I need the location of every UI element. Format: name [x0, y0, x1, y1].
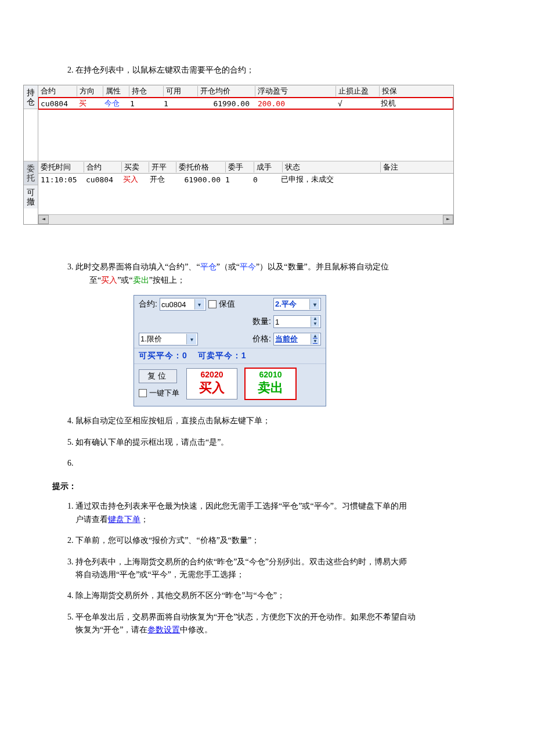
arrow-down-icon[interactable]: ▼ — [311, 322, 319, 327]
tip3-a: 持仓列表中，上海期货交易所的合约依“昨仓”及“今仓”分别列出。双击这些合约时，博… — [75, 557, 407, 566]
cell-ord: 1 — [223, 175, 251, 184]
col-price[interactable]: 委托价格 — [176, 162, 226, 172]
positions-orders-panel: 持仓 合约 方向 属性 持仓 可用 开仓均价 浮动盈亏 止损止盈 投保 cu08… — [23, 85, 454, 225]
step3-pingjin: 平今 — [240, 262, 256, 271]
horizontal-scrollbar[interactable]: ◄ ► — [38, 214, 453, 224]
step3-sell: 卖出 — [133, 276, 149, 285]
arrow-down-icon[interactable]: ▼ — [311, 339, 319, 344]
chevron-down-icon[interactable]: ▾ — [194, 299, 204, 309]
step-5: 如有确认下单的提示框出现，请点击“是”。 — [75, 436, 482, 449]
step5-text: 如有确认下单的提示框出现，请点击“是”。 — [75, 438, 229, 447]
cell-price: 61900.00 — [174, 175, 223, 184]
tip-5: 平仓单发出后，交易界面将自动恢复为“开仓”状态，方便您下次的开仓动作。如果您不希… — [75, 611, 482, 637]
openclose-dropdown[interactable]: 2.平今 ▾ — [273, 298, 321, 311]
label-qty: 数量: — [252, 316, 271, 327]
step3-pingcang: 平仓 — [200, 262, 217, 271]
col-hedge[interactable]: 投保 — [380, 86, 453, 96]
step3-l2a: 至“ — [89, 276, 101, 285]
tip2-text: 下单前，您可以修改“报价方式”、“价格”及“数量”； — [75, 536, 259, 545]
cell-pos: 1 — [128, 99, 161, 108]
step3-l2c: ”按钮上； — [149, 276, 185, 285]
cell-fill: 0 — [251, 175, 279, 184]
sell-price: 62010 — [246, 370, 295, 379]
step-2-text: 在持仓列表中，以鼠标左键双击需要平仓的合约； — [75, 66, 254, 74]
scroll-left-icon[interactable]: ◄ — [38, 215, 49, 224]
col-stop[interactable]: 止损止盈 — [336, 86, 380, 96]
contract-dropdown[interactable]: cu0804 ▾ — [160, 298, 206, 311]
table-row[interactable]: 11:10:05 cu0804 买入 开仓 61900.00 1 0 已申报，未… — [38, 174, 453, 185]
col-bs[interactable]: 买卖 — [122, 162, 149, 172]
openclose-value: 2.平今 — [275, 299, 309, 309]
col-remark[interactable]: 备注 — [381, 162, 453, 172]
col-ord[interactable]: 委手 — [226, 162, 254, 172]
step3-b: ”（或“ — [217, 262, 240, 271]
tip5-a: 平仓单发出后，交易界面将自动恢复为“开仓”状态，方便您下次的开仓动作。如果您不希… — [75, 613, 416, 621]
col-contract2[interactable]: 合约 — [84, 162, 122, 172]
cell-contract: cu0804 — [38, 99, 77, 108]
tip5-b-pre: 恢复为“开仓”，请在 — [75, 625, 147, 634]
tip-4: 除上海期货交易所外，其他交易所不区分“昨仓”与“今仓”； — [75, 589, 482, 602]
keyboard-order-link[interactable]: 键盘下单 — [108, 515, 140, 524]
tip1-c: ； — [140, 515, 149, 524]
positions-grid[interactable]: 合约 方向 属性 持仓 可用 开仓均价 浮动盈亏 止损止盈 投保 cu0804 … — [38, 85, 453, 161]
tip3-b: 将自动选用“平仓”或“平今”，无需您手工选择； — [75, 570, 244, 579]
step4-text: 鼠标自动定位至相应按钮后，直接点击鼠标左键下单； — [75, 416, 270, 425]
orders-grid[interactable]: 委托时间 合约 买卖 开平 委托价格 委手 成手 状态 备注 11:10:05 … — [38, 161, 453, 224]
col-pos[interactable]: 持仓 — [129, 86, 164, 96]
step3-c: ”）以及“数量”。并且鼠标将自动定位 — [256, 262, 389, 271]
avail-sell: 可卖平今：1 — [198, 351, 247, 361]
step3-l2b: ”或“ — [117, 276, 132, 285]
pricetype-value: 1.限价 — [140, 334, 186, 344]
table-row[interactable]: cu0804 买 今仓 1 1 61990.00 200.00 √ 投机 — [38, 98, 453, 109]
tab-cancellable[interactable]: 可撤 — [24, 185, 38, 208]
label-contract: 合约: — [139, 299, 157, 309]
chevron-down-icon[interactable]: ▾ — [186, 334, 196, 344]
tip1-b: 户请查看 — [75, 515, 108, 524]
scroll-right-icon[interactable]: ► — [443, 215, 453, 224]
cell-time: 11:10:05 — [38, 175, 84, 184]
price-value: 当前价 — [275, 334, 311, 344]
step3-buy: 买入 — [101, 276, 117, 285]
chevron-down-icon[interactable]: ▾ — [309, 299, 319, 309]
tip-2: 下单前，您可以修改“报价方式”、“价格”及“数量”； — [75, 534, 482, 547]
col-attr[interactable]: 属性 — [103, 86, 129, 96]
buy-price: 62020 — [187, 370, 237, 379]
col-avail[interactable]: 可用 — [164, 86, 198, 96]
hedge-checkbox[interactable] — [208, 300, 217, 308]
col-pnl[interactable]: 浮动盈亏 — [255, 86, 336, 96]
label-price: 价格: — [252, 334, 271, 344]
contract-value: cu0804 — [161, 300, 194, 309]
col-fill[interactable]: 成手 — [254, 162, 283, 172]
sell-text: 卖出 — [246, 379, 295, 397]
step-6-empty — [75, 457, 482, 470]
tip-3: 持仓列表中，上海期货交易所的合约依“昨仓”及“今仓”分别列出。双击这些合约时，博… — [75, 556, 482, 582]
col-status[interactable]: 状态 — [283, 162, 381, 172]
tip5-b-suf: 中修改。 — [180, 625, 212, 634]
reset-button[interactable]: 复位 — [139, 369, 177, 383]
col-avg[interactable]: 开仓均价 — [198, 86, 255, 96]
step-3: 此时交易界面将自动填入“合约”、“平仓”（或“平今”）以及“数量”。并且鼠标将自… — [75, 261, 482, 287]
qty-stepper[interactable]: 1 ▲▼ — [273, 315, 321, 328]
cell-contract: cu0804 — [84, 175, 121, 184]
col-dir[interactable]: 方向 — [77, 86, 103, 96]
tip4-text: 除上海期货交易所外，其他交易所不区分“昨仓”与“今仓”； — [75, 591, 285, 600]
col-time[interactable]: 委托时间 — [38, 162, 84, 172]
cell-status: 已申报，未成交 — [279, 174, 399, 185]
oneclick-label: 一键下单 — [149, 388, 179, 398]
avail-buy: 可买平今：0 — [139, 351, 187, 361]
tab-orders[interactable]: 委托 — [24, 161, 38, 185]
tab-positions[interactable]: 持仓 — [24, 85, 38, 109]
tip1-a: 通过双击持仓列表来平仓最为快速，因此您无需手工选择“平仓”或“平今”。习惯键盘下… — [75, 502, 407, 510]
buy-button[interactable]: 62020 买入 — [186, 368, 237, 399]
order-entry-panel: 合约: cu0804 ▾ 保值 2.平今 ▾ 数量: 1 ▲▼ 1.限价 ▾ 价… — [134, 295, 326, 406]
col-oc[interactable]: 开平 — [149, 162, 176, 172]
oneclick-checkbox[interactable] — [139, 389, 147, 397]
cell-stop: √ — [335, 99, 378, 108]
price-stepper[interactable]: 当前价 ▲▼ — [273, 333, 321, 345]
tips-heading: 提示： — [52, 481, 482, 492]
pricetype-dropdown[interactable]: 1.限价 ▾ — [139, 333, 198, 345]
sell-button[interactable]: 62010 卖出 — [244, 368, 297, 400]
param-settings-link[interactable]: 参数设置 — [147, 625, 180, 634]
col-contract[interactable]: 合约 — [38, 86, 77, 96]
cell-avg: 61990.00 — [195, 99, 252, 108]
